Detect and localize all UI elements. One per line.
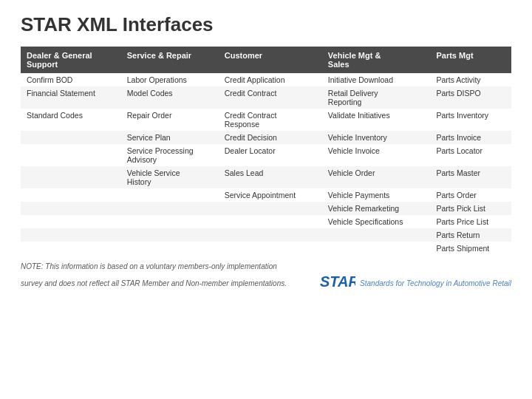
table-cell: Credit Decision: [219, 131, 322, 144]
table-cell: Vehicle Invoice: [322, 144, 431, 166]
table-row: Vehicle SpecificationsParts Price List: [21, 215, 511, 228]
table-cell: [322, 242, 431, 255]
interfaces-table: Dealer & General Support Service & Repai…: [21, 47, 511, 255]
table-cell: Repair Order: [121, 109, 219, 131]
table-cell: [121, 202, 219, 215]
col-header-4: Vehicle Mgt & Sales: [322, 47, 431, 73]
table-cell: Vehicle Service History: [121, 166, 219, 188]
table-cell: [21, 228, 121, 242]
table-cell: Standard Codes: [21, 109, 121, 131]
table-cell: [121, 242, 219, 255]
table-cell: [219, 202, 322, 215]
table-cell: Parts Return: [430, 228, 511, 242]
table-row: Vehicle Service HistorySales LeadVehicle…: [21, 166, 511, 188]
table-row: Service AppointmentVehicle PaymentsParts…: [21, 188, 511, 202]
table-cell: Initiative Download: [322, 73, 431, 86]
col-header-1: Dealer & General Support: [21, 47, 121, 73]
table-cell: Vehicle Remarketing: [322, 202, 431, 215]
table-cell: [219, 215, 322, 228]
table-cell: Service Plan: [121, 131, 219, 144]
table-cell: Sales Lead: [219, 166, 322, 188]
table-cell: Parts Inventory: [430, 109, 511, 131]
page-container: STAR XML Interfaces Dealer & General Sup…: [0, 0, 532, 302]
table-cell: [21, 144, 121, 166]
table-cell: Service Appointment: [219, 188, 322, 202]
table-cell: Parts Invoice: [430, 131, 511, 144]
col-header-2: Service & Repair: [121, 47, 219, 73]
table-row: Vehicle RemarketingParts Pick List: [21, 202, 511, 215]
table-cell: Financial Statement: [21, 86, 121, 109]
table-cell: Vehicle Order: [322, 166, 431, 188]
table-cell: Credit Contract Response: [219, 109, 322, 131]
table-row: Service Processing AdvisoryDealer Locato…: [21, 144, 511, 166]
table-cell: Parts Locator: [430, 144, 511, 166]
table-row: Financial StatementModel CodesCredit Con…: [21, 86, 511, 109]
star-logo-text: STAR: [320, 273, 355, 293]
page-title: STAR XML Interfaces: [21, 13, 511, 36]
table-cell: [21, 166, 121, 188]
table-cell: Parts DISPO: [430, 86, 511, 109]
table-cell: Validate Initiatives: [322, 109, 431, 131]
table-cell: [219, 242, 322, 255]
footer-note1: NOTE: This information is based on a vol…: [21, 262, 511, 270]
footer-bottom: survey and does not reflect all STAR Mem…: [21, 273, 511, 293]
table-cell: Vehicle Inventory: [322, 131, 431, 144]
star-tagline: Standards for Technology in Automotive R…: [360, 279, 511, 287]
table-cell: [219, 228, 322, 242]
table-cell: Parts Activity: [430, 73, 511, 86]
table-cell: Credit Contract: [219, 86, 322, 109]
table-cell: Parts Pick List: [430, 202, 511, 215]
table-cell: Vehicle Specifications: [322, 215, 431, 228]
table-cell: [322, 228, 431, 242]
table-row: Parts Shipment: [21, 242, 511, 255]
table-cell: Retail Delivery Reporting: [322, 86, 431, 109]
table-cell: [21, 188, 121, 202]
table-cell: Parts Order: [430, 188, 511, 202]
table-cell: Parts Price List: [430, 215, 511, 228]
table-cell: [21, 242, 121, 255]
table-cell: Parts Master: [430, 166, 511, 188]
table-row: Confirm BODLabor OperationsCredit Applic…: [21, 73, 511, 86]
svg-text:STAR: STAR: [320, 273, 355, 290]
star-logo-area: STAR Standards for Technology in Automot…: [320, 273, 511, 293]
table-row: Standard CodesRepair OrderCredit Contrac…: [21, 109, 511, 131]
table-header-row: Dealer & General Support Service & Repai…: [21, 47, 511, 73]
table-cell: Dealer Locator: [219, 144, 322, 166]
table-cell: [21, 202, 121, 215]
table-cell: Credit Application: [219, 73, 322, 86]
col-header-5: Parts Mgt: [430, 47, 511, 73]
table-cell: Vehicle Payments: [322, 188, 431, 202]
table-row: Parts Return: [21, 228, 511, 242]
table-cell: [121, 228, 219, 242]
table-cell: Parts Shipment: [430, 242, 511, 255]
footer-note2: survey and does not reflect all STAR Mem…: [21, 279, 287, 287]
table-cell: [121, 215, 219, 228]
table-cell: Service Processing Advisory: [121, 144, 219, 166]
table-cell: [21, 131, 121, 144]
table-cell: Labor Operations: [121, 73, 219, 86]
table-cell: Confirm BOD: [21, 73, 121, 86]
table-cell: Model Codes: [121, 86, 219, 109]
table-cell: [121, 188, 219, 202]
col-header-3: Customer: [219, 47, 322, 73]
table-cell: [21, 215, 121, 228]
table-row: Service PlanCredit DecisionVehicle Inven…: [21, 131, 511, 144]
